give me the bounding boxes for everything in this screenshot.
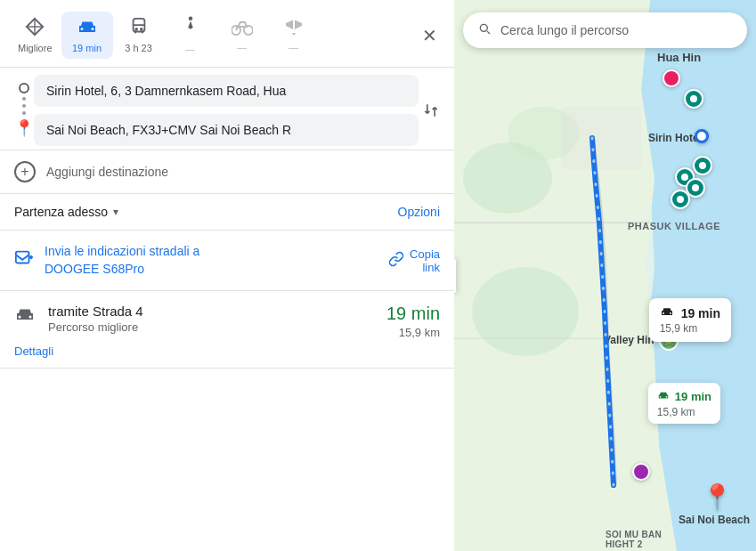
route-sub: Percorso migliore xyxy=(48,320,374,334)
add-destination-row[interactable]: + Aggiungi destinazione xyxy=(0,150,454,194)
options-button[interactable]: Opzioni xyxy=(398,205,440,219)
badge-car-icon xyxy=(660,305,674,320)
origin-map-marker xyxy=(695,129,709,143)
transport-mode-driving[interactable]: 19 min xyxy=(61,12,113,59)
badge-large-time: 19 min xyxy=(681,306,720,320)
route-header: tramite Strada 4 Percorso migliore 19 mi… xyxy=(14,304,440,339)
share-directions-text: Invia le indicazioni stradali a DOOGEE S… xyxy=(45,243,199,278)
add-destination-icon: + xyxy=(14,161,36,182)
poi-marker-5[interactable] xyxy=(671,190,690,209)
route-car-icon xyxy=(14,305,36,328)
map-search-bar[interactable]: Cerca lungo il percorso xyxy=(463,12,747,48)
transport-mode-driving-time: 19 min xyxy=(72,43,102,53)
depart-label: Partenza adesso xyxy=(14,205,108,219)
badge-small-dist: 15,9 km xyxy=(657,406,711,418)
badge-small-time: 19 min xyxy=(675,390,711,403)
destination-pin-map-icon: 📍 xyxy=(702,485,733,510)
send-directions-icon xyxy=(14,248,34,272)
origin-input[interactable] xyxy=(34,75,419,107)
badge-small-car-icon xyxy=(657,388,670,404)
share-left: Invia le indicazioni stradali a DOOGEE S… xyxy=(14,243,379,278)
route-dots xyxy=(22,93,26,118)
walk-icon xyxy=(182,16,199,42)
route-inputs-row: 📍 xyxy=(0,68,454,150)
poi-marker-purple[interactable] xyxy=(632,463,650,481)
share-section: Invia le indicazioni stradali a DOOGEE S… xyxy=(0,231,454,291)
transport-mode-cycling-label: — xyxy=(237,42,247,53)
copy-link-button[interactable]: Copia link xyxy=(388,247,440,274)
transport-mode-flying-label: — xyxy=(289,42,298,53)
depart-button[interactable]: Partenza adesso ▾ xyxy=(14,205,118,219)
time-badge-small: 19 min 15,9 km xyxy=(648,383,720,424)
plane-icon xyxy=(283,18,305,40)
transport-mode-best[interactable]: Migliore xyxy=(9,12,61,59)
svg-point-7 xyxy=(188,16,192,20)
transport-mode-walking[interactable]: — xyxy=(165,11,216,60)
depart-section: Partenza adesso ▾ Opzioni xyxy=(0,194,454,231)
destination-map-marker: 📍 xyxy=(702,485,733,510)
close-button[interactable]: ✕ xyxy=(413,20,445,52)
transport-mode-flying[interactable]: — xyxy=(268,12,320,58)
time-badge-large: 19 min 15,9 km xyxy=(649,298,731,342)
swap-button[interactable] xyxy=(419,98,443,123)
car-icon xyxy=(77,17,98,41)
origin-icon xyxy=(19,83,29,93)
route-distance: 15,9 km xyxy=(386,326,440,339)
transport-mode-cycling[interactable]: — xyxy=(216,12,268,58)
svg-point-5 xyxy=(135,28,137,30)
transport-mode-best-label: Migliore xyxy=(18,43,53,53)
diamond-icon xyxy=(25,17,45,41)
collapse-panel-button[interactable]: ◀ xyxy=(454,258,456,294)
destination-input[interactable] xyxy=(34,114,419,146)
inputs-fields xyxy=(34,75,419,146)
transport-mode-transit-label: 3 h 23 xyxy=(125,43,152,53)
route-time-block: 19 min 15,9 km xyxy=(386,304,440,339)
details-link[interactable]: Dettagli xyxy=(14,344,53,358)
depart-arrow-icon: ▾ xyxy=(113,206,118,218)
route-name: tramite Strada 4 xyxy=(48,304,374,319)
poi-marker-1[interactable] xyxy=(684,89,703,109)
svg-point-6 xyxy=(140,28,142,30)
transport-bar: Migliore 19 min 3 h 23 — xyxy=(0,0,454,68)
route-icons: 📍 xyxy=(0,83,34,138)
transport-mode-transit[interactable]: 3 h 23 xyxy=(113,12,165,59)
badge-large-dist: 15,9 km xyxy=(660,322,720,335)
destination-pin-icon: 📍 xyxy=(14,118,34,138)
copy-link-label: Copia link xyxy=(410,247,440,274)
map-panel: ◀ Cerca lungo il percorso xyxy=(454,0,756,551)
route-dot-2 xyxy=(22,104,26,108)
route-card: tramite Strada 4 Percorso migliore 19 mi… xyxy=(0,291,454,369)
bike-icon xyxy=(232,18,253,40)
route-time: 19 min xyxy=(386,304,440,324)
copy-link-icon xyxy=(388,251,404,270)
poi-marker-2[interactable] xyxy=(693,156,712,175)
transport-mode-walking-label: — xyxy=(185,44,195,54)
map-search-text: Cerca lungo il percorso xyxy=(500,23,629,37)
train-icon xyxy=(129,17,149,41)
left-panel: Migliore 19 min 3 h 23 — xyxy=(0,0,454,551)
route-dot-3 xyxy=(22,111,26,115)
add-destination-label: Aggiungi destinazione xyxy=(46,165,168,179)
map-search-icon xyxy=(477,21,492,39)
poi-marker-pink[interactable] xyxy=(663,69,680,87)
route-info: tramite Strada 4 Percorso migliore xyxy=(48,304,374,334)
route-dot-1 xyxy=(22,97,26,101)
